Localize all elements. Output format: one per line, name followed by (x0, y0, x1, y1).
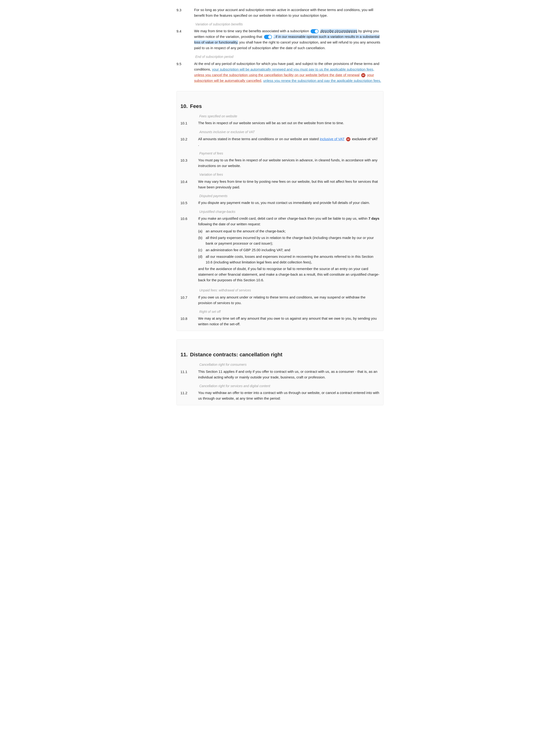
list-label-a: (a) (198, 229, 204, 234)
exclusive-vat-text: exclusive of VAT . (198, 137, 378, 147)
clause-9-3: 9.3 For so long as your account and subs… (176, 7, 384, 18)
clause-number-11-2: 11.2 (180, 390, 198, 401)
section-11-header: 11. Distance contracts: cancellation rig… (180, 350, 380, 359)
list-text-d: all our reasonable costs, losses and exp… (205, 254, 380, 265)
clause-content-10-7: If you owe us any amount under or relati… (198, 294, 380, 306)
clause-10-2: 10.2 All amounts stated in these terms a… (180, 136, 380, 147)
subsection-label-payment-fees: Payment of fees (180, 151, 380, 156)
subsection-label-fees-specified: Fees specified on website (180, 114, 380, 119)
subsection-label-amounts-vat: Amounts inclusive or exclusive of VAT (180, 129, 380, 135)
clause-content-10-2: All amounts stated in these terms and co… (198, 136, 380, 147)
list-label-d: (d) (198, 254, 204, 265)
or-badge-2: or (346, 137, 351, 141)
list-item-d: (d) all our reasonable costs, losses and… (198, 254, 380, 265)
list-label-b: (b) (198, 235, 204, 246)
clause-text-11-1: This Section 11 applies if and only if y… (198, 370, 378, 379)
section-10-title: Fees (190, 102, 202, 110)
subsection-label-disputed-payments: Disputed payments (180, 193, 380, 198)
subsection-label-variation-fees: Variation of fees (180, 172, 380, 177)
clause-content-9-5: At the end of any period of subscription… (194, 61, 384, 84)
cancel-facility-text: unless you cancel the subscription using… (194, 73, 360, 77)
list-text-a: an amount equal to the amount of the cha… (205, 229, 286, 234)
clause-text-10-4: We may vary fees from time to time by po… (198, 179, 378, 189)
clause-number-11-1: 11.1 (180, 369, 198, 380)
clause-9-5: 9.5 At the end of any period of subscrip… (176, 61, 384, 84)
clause-content-11-2: You may withdraw an offer to enter into … (198, 390, 380, 401)
section-10-block: 10. Fees Fees specified on website 10.1 … (176, 91, 384, 331)
clause-content-11-1: This Section 11 applies if and only if y… (198, 369, 380, 380)
subsection-label-variation: Variation of subscription benefits (176, 22, 384, 27)
subsection-label-cancellation-consumers: Cancellation right for consumers (180, 362, 380, 367)
clause-number-10-5: 10.5 (180, 200, 198, 206)
auto-renewal-text: your subscription will be automatically … (212, 67, 374, 71)
section-10-number: 10. (180, 102, 188, 110)
list-item-a: (a) an amount equal to the amount of the… (198, 229, 380, 234)
clause-content-9-3: For so long as your account and subscrip… (194, 7, 384, 18)
clause-11-2: 11.2 You may withdraw an offer to enter … (180, 390, 380, 401)
clause-10-7: 10.7 If you owe us any amount under or r… (180, 294, 380, 306)
toggle-2[interactable] (264, 35, 272, 39)
clause-text-9-3: For so long as your account and subscrip… (194, 8, 373, 17)
clause-10-5: 10.5 If you dispute any payment made to … (180, 200, 380, 206)
clause-text-11-2: You may withdraw an offer to enter into … (198, 391, 379, 400)
clause-number-9-3: 9.3 (176, 7, 194, 18)
clause-number-9-5: 9.5 (176, 61, 194, 84)
subsection-label-cancellation-services: Cancellation right for services and digi… (180, 384, 380, 389)
section-11-block: 11. Distance contracts: cancellation rig… (176, 339, 384, 405)
clause-text-10-8: We may at any time set off any amount th… (198, 316, 377, 326)
subsection-label-end-subscription: End of subscription period (176, 54, 384, 59)
list-text-c: an administration fee of GBP 25.00 inclu… (205, 247, 290, 253)
section-11-number: 11. (180, 350, 188, 359)
list-text-b: all third party expenses incurred by us … (205, 235, 380, 246)
subsection-label-unpaid-fees: Unpaid fees: withdrawal of services (180, 288, 380, 293)
charge-back-list: (a) an amount equal to the amount of the… (198, 229, 380, 265)
clause-number-10-6: 10.6 (180, 216, 198, 284)
variation-highlight-text: , if in our reasonable opinion such a va… (194, 34, 380, 44)
7-days-text: 7 days (369, 216, 380, 220)
list-label-c: (c) (198, 247, 204, 253)
clause-number-10-4: 10.4 (180, 179, 198, 190)
clause-text-10-1: The fees in respect of our website servi… (198, 121, 344, 125)
clause-number-10-2: 10.2 (180, 136, 198, 147)
clause-9-4: 9.4 We may from time to time vary the be… (176, 28, 384, 51)
clause-number-9-4: 9.4 (176, 28, 194, 51)
clause-content-10-1: The fees in respect of our website servi… (198, 120, 380, 126)
clause-text-10-7: If you owe us any amount under or relati… (198, 295, 366, 305)
section-10-header: 10. Fees (180, 102, 380, 110)
clause-content-10-4: We may vary fees from time to time by po… (198, 179, 380, 190)
clause-content-10-3: You must pay to us the fees in respect o… (198, 157, 380, 169)
charge-back-post-text: and for the avoidance of doubt, if you f… (198, 266, 380, 283)
list-item-b: (b) all third party expenses incurred by… (198, 235, 380, 246)
clause-10-8: 10.8 We may at any time set off any amou… (180, 316, 380, 327)
inclusive-vat-text: inclusive of VAT (320, 137, 344, 141)
clause-number-10-8: 10.8 (180, 316, 198, 327)
clause-number-10-3: 10.3 (180, 157, 198, 169)
clause-text-10-5: If you dispute any payment made to us, y… (198, 201, 370, 204)
clause-text-10-3: You must pay to us the fees in respect o… (198, 158, 378, 168)
clause-content-10-6: If you make an unjustified credit card, … (198, 216, 380, 284)
clause-content-9-4: We may from time to time vary the benefi… (194, 28, 384, 51)
clause-number-10-1: 10.1 (180, 120, 198, 126)
clause-10-1: 10.1 The fees in respect of our website … (180, 120, 380, 126)
clause-10-3: 10.3 You must pay to us the fees in resp… (180, 157, 380, 169)
or-badge-1: or (361, 73, 366, 78)
describe-circumstances-text: describe circumstances (320, 29, 358, 33)
toggle-1[interactable] (311, 29, 318, 33)
clause-content-10-8: We may at any time set off any amount th… (198, 316, 380, 327)
subsection-label-charge-backs: Unjustified charge-backs (180, 209, 380, 214)
clause-10-6: 10.6 If you make an unjustified credit c… (180, 216, 380, 284)
clause-content-10-5: If you dispute any payment made to us, y… (198, 200, 380, 206)
clause-10-4: 10.4 We may vary fees from time to time … (180, 179, 380, 190)
clause-number-10-7: 10.7 (180, 294, 198, 306)
list-item-c: (c) an administration fee of GBP 25.00 i… (198, 247, 380, 253)
clause-11-1: 11.1 This Section 11 applies if and only… (180, 369, 380, 380)
section-11-title: Distance contracts: cancellation right (190, 350, 282, 359)
subsection-label-set-off: Right of set off (180, 309, 380, 314)
renew-subscription-text: unless you renew the subscription and pa… (263, 79, 381, 83)
